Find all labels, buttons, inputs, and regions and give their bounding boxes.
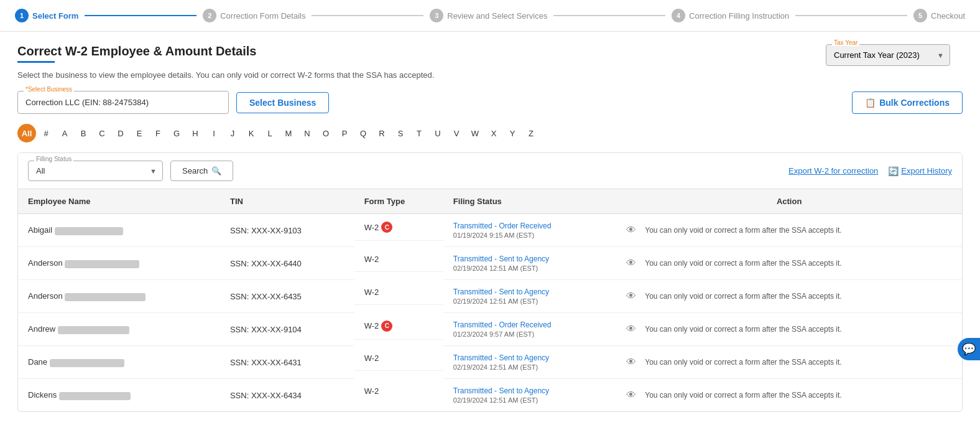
- alpha-btn-j[interactable]: J: [224, 124, 241, 142]
- table-section: Filling Status All Transmitted - Sent to…: [17, 152, 963, 412]
- alpha-btn-d[interactable]: D: [112, 124, 129, 142]
- view-icon[interactable]: 👁: [626, 390, 636, 401]
- status-date: 01/19/2024 9:15 AM (EST): [453, 232, 606, 239]
- alpha-btn-s[interactable]: S: [392, 124, 409, 142]
- status-label: Transmitted - Sent to Agency: [453, 288, 606, 296]
- alpha-btn-u[interactable]: U: [429, 124, 446, 142]
- view-icon[interactable]: 👁: [626, 225, 636, 236]
- step-label-1: Select Form: [32, 11, 78, 21]
- alpha-btn-#[interactable]: #: [37, 124, 55, 142]
- form-type-cell: W-2 C: [354, 313, 443, 340]
- form-type-label: W-2: [364, 288, 379, 297]
- alpha-btn-l[interactable]: L: [261, 124, 279, 142]
- status-label: Transmitted - Sent to Agency: [453, 255, 606, 263]
- alpha-btn-g[interactable]: G: [168, 124, 185, 142]
- bulk-corrections-button[interactable]: 📋 Bulk Corrections: [852, 91, 963, 114]
- filing-status-select[interactable]: All Transmitted - Sent to Agency Transmi…: [28, 161, 163, 181]
- search-button[interactable]: Search 🔍: [170, 161, 233, 181]
- step-circle-1: 1: [15, 9, 29, 22]
- col-employee-name: Employee Name: [18, 189, 220, 214]
- export-w2-link[interactable]: Export W-2 for correction: [788, 166, 878, 175]
- status-date: 01/23/2024 9:57 AM (EST): [453, 330, 606, 338]
- step-1[interactable]: 1 Select Form: [15, 9, 78, 22]
- business-row: *Select Business Select Business 📋 Bulk …: [17, 91, 963, 114]
- step-circle-2: 2: [203, 9, 216, 22]
- page-subtitle: Select the business to view the employee…: [17, 70, 434, 80]
- alpha-btn-o[interactable]: O: [317, 124, 335, 142]
- title-underline: [17, 61, 55, 63]
- alpha-btn-k[interactable]: K: [243, 124, 260, 142]
- alpha-btn-w[interactable]: W: [466, 124, 484, 142]
- alpha-btn-e[interactable]: E: [131, 124, 148, 142]
- alpha-btn-all[interactable]: All: [17, 124, 36, 143]
- employee-name-cell: Anderson: [18, 280, 220, 313]
- alpha-btn-z[interactable]: Z: [522, 124, 540, 142]
- action-cell: 👁 You can only void or correct a form af…: [616, 214, 962, 247]
- step-label-5: Checkout: [931, 11, 965, 21]
- alpha-btn-f[interactable]: F: [149, 124, 167, 142]
- alpha-btn-c[interactable]: C: [93, 124, 111, 142]
- alpha-btn-n[interactable]: N: [298, 124, 316, 142]
- tax-year-select[interactable]: Current Tax Year (2023): [826, 44, 950, 66]
- action-cell: 👁 You can only void or correct a form af…: [616, 346, 962, 379]
- view-icon[interactable]: 👁: [626, 357, 636, 368]
- alpha-btn-x[interactable]: X: [485, 124, 502, 142]
- action-text: You can only void or correct a form afte…: [645, 391, 841, 400]
- form-type-label: W-2: [364, 255, 379, 264]
- status-label: Transmitted - Sent to Agency: [453, 353, 606, 362]
- step-line-4: [795, 15, 907, 16]
- tin-cell: SSN: XXX-XX-6434: [220, 379, 354, 412]
- employee-last-name-blurred: [55, 227, 123, 235]
- alpha-btn-y[interactable]: Y: [504, 124, 521, 142]
- view-icon[interactable]: 👁: [626, 258, 636, 269]
- business-input[interactable]: [17, 91, 229, 114]
- table-row: Abigail SSN: XXX-XX-9103W-2 C Transmitte…: [18, 214, 962, 247]
- alpha-btn-p[interactable]: P: [336, 124, 353, 142]
- chat-widget[interactable]: 💬: [958, 338, 980, 360]
- bulk-corrections-label: Bulk Corrections: [879, 98, 950, 108]
- employee-first-name: Dane: [28, 357, 50, 367]
- table-row: Anderson SSN: XXX-XX-6440W-2 Transmitted…: [18, 247, 962, 280]
- alpha-btn-b[interactable]: B: [75, 124, 92, 142]
- search-label: Search: [182, 166, 208, 175]
- status-date: 02/19/2024 12:51 AM (EST): [453, 264, 606, 272]
- export-history-link[interactable]: Export History: [901, 166, 952, 175]
- tin-cell: SSN: XXX-XX-6431: [220, 346, 354, 379]
- employee-name-cell: Abigail: [18, 214, 220, 247]
- select-business-button[interactable]: Select Business: [236, 92, 329, 113]
- step-circle-4: 4: [672, 9, 685, 22]
- step-label-2: Correction Form Details: [220, 11, 305, 21]
- filing-status-cell: Transmitted - Sent to Agency 02/19/2024 …: [443, 280, 616, 313]
- step-4[interactable]: 4 Correction Filling Instruction: [672, 9, 789, 22]
- step-2[interactable]: 2 Correction Form Details: [203, 9, 305, 22]
- alpha-btn-v[interactable]: V: [448, 124, 465, 142]
- alpha-btn-r[interactable]: R: [373, 124, 391, 142]
- form-type-label: W-2: [364, 321, 379, 330]
- step-line-3: [553, 15, 665, 16]
- alpha-btn-t[interactable]: T: [410, 124, 428, 142]
- action-text: You can only void or correct a form afte…: [645, 259, 841, 268]
- step-label-3: Review and Select Services: [447, 11, 547, 21]
- tin-cell: SSN: XXX-XX-6435: [220, 280, 354, 313]
- step-circle-5: 5: [913, 9, 927, 22]
- table-toolbar: Filling Status All Transmitted - Sent to…: [18, 153, 962, 189]
- employee-name-cell: Anderson: [18, 247, 220, 280]
- table-row: Andrew SSN: XXX-XX-9104W-2 C Transmitted…: [18, 313, 962, 346]
- col-filing-status: Filing Status: [443, 189, 616, 214]
- filing-status-cell: Transmitted - Order Received 01/23/2024 …: [443, 313, 616, 346]
- status-date: 02/19/2024 12:51 AM (EST): [453, 297, 606, 305]
- filing-status-cell: Transmitted - Sent to Agency 02/19/2024 …: [443, 379, 616, 412]
- step-5[interactable]: 5 Checkout: [913, 9, 965, 22]
- alpha-btn-i[interactable]: I: [205, 124, 223, 142]
- alpha-btn-h[interactable]: H: [187, 124, 204, 142]
- step-3[interactable]: 3 Review and Select Services: [430, 9, 547, 22]
- employee-first-name: Anderson: [28, 258, 65, 268]
- view-icon[interactable]: 👁: [626, 324, 636, 335]
- action-cell: 👁 You can only void or correct a form af…: [616, 247, 962, 280]
- alpha-btn-m[interactable]: M: [280, 124, 297, 142]
- alpha-btn-q[interactable]: Q: [354, 124, 372, 142]
- view-icon[interactable]: 👁: [626, 291, 636, 302]
- alpha-btn-a[interactable]: A: [56, 124, 73, 142]
- status-date: 02/19/2024 12:51 AM (EST): [453, 363, 606, 371]
- filing-status-cell: Transmitted - Sent to Agency 02/19/2024 …: [443, 346, 616, 379]
